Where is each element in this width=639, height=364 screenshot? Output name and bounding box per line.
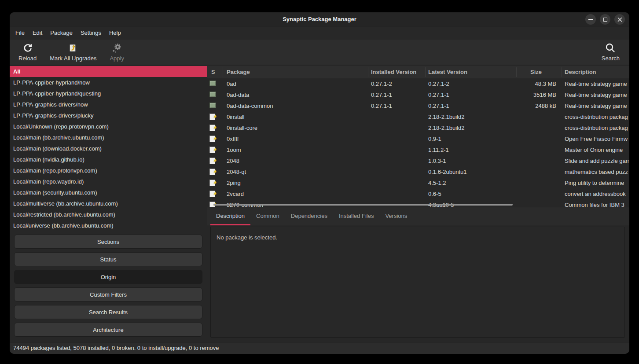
menu-help[interactable]: Help [105, 26, 125, 40]
table-row-0ad-data[interactable]: 0ad-data0.27.1-10.27.1-13516 MBReal-time… [207, 89, 629, 100]
latest-version: 2.18-2.1build2 [428, 111, 512, 122]
table-row-2048-qt[interactable]: 2048-qt0.1.6-2ubuntu1mathematics based p… [207, 166, 629, 177]
sidebar-button-custom-filters[interactable]: Custom Filters [14, 287, 202, 301]
filter-item-lp-ppa-cppiber-hyprland-questing[interactable]: LP-PPA-cppiber-hyprland/questing [10, 88, 207, 99]
table-row-2ping[interactable]: 2ping4.5-1.2Ping utility to determine [207, 177, 629, 188]
filter-item-lp-ppa-graphics-drivers-plucky[interactable]: LP-PPA-graphics-drivers/plucky [10, 110, 207, 121]
latest-version: 2.18-2.1build2 [428, 122, 512, 133]
table-row-2048[interactable]: 20481.0.3-1Slide and add puzzle gam [207, 155, 629, 166]
filter-item-local-unknown-repo-protonvpn-com[interactable]: Local/Unknown (repo.protonvpn.com) [10, 121, 207, 132]
column-header-description[interactable]: Description [565, 66, 596, 78]
table-row-0xffff[interactable]: 0xffff0.9-1Open Free Fiasco Firmw [207, 133, 629, 144]
left-panel: AllLP-PPA-cppiber-hyprland/nowLP-PPA-cpp… [10, 65, 207, 342]
detail-tabbar: DescriptionCommonDependenciesInstalled F… [207, 207, 629, 225]
column-separator [223, 67, 223, 77]
package-description: mathematics based puzz [565, 166, 629, 177]
available-status-icon [209, 169, 215, 175]
table-row-1oom[interactable]: 1oom1.11.2-1Master of Orion engine [207, 144, 629, 155]
sidebar-button-architecture[interactable]: Architecture [14, 323, 202, 337]
filter-item-local-main-nvidia-github-io[interactable]: Local/main (nvidia.github.io) [10, 154, 207, 165]
tab-versions[interactable]: Versions [379, 207, 413, 225]
latest-version: 0.1.6-2ubuntu1 [428, 166, 512, 177]
maximize-button[interactable] [600, 14, 610, 25]
column-separator [516, 67, 517, 77]
table-row-0ad-data-common[interactable]: 0ad-data-common0.27.1-10.27.1-12488 kBRe… [207, 100, 629, 111]
installed-version: 0.27.1-1 [371, 100, 425, 111]
column-header-latest-version[interactable]: Latest Version [428, 66, 467, 78]
tab-installed-files[interactable]: Installed Files [333, 207, 379, 225]
package-size: 2488 kB [488, 100, 556, 111]
tab-common[interactable]: Common [250, 207, 285, 225]
filter-item-local-main-bb-archive-ubuntu-com[interactable]: Local/main (bb.archive.ubuntu.com) [10, 132, 207, 143]
mark-all-upgrades-button[interactable]: Mark All Upgrades [50, 42, 96, 65]
status-bar: 74494 packages listed, 5078 installed, 0… [10, 342, 629, 354]
package-name: 0ad-data [227, 89, 359, 100]
reload-button[interactable]: Reload [18, 42, 37, 65]
column-header-status[interactable]: S [211, 66, 215, 78]
package-table-body: 0ad0.27.1-20.27.1-248.3 MBReal-time stra… [207, 78, 629, 207]
package-description: Master of Orion engine [565, 144, 629, 155]
tab-dependencies[interactable]: Dependencies [285, 207, 333, 225]
column-header-installed-version[interactable]: Installed Version [371, 66, 416, 78]
detail-panel: No package is selected. [210, 227, 625, 338]
package-name: 2048 [227, 155, 359, 166]
latest-version: 4.3ga10-5 [428, 199, 512, 207]
filter-item-local-main-repo-protonvpn-com[interactable]: Local/main (repo.protonvpn.com) [10, 165, 207, 176]
tab-description[interactable]: Description [210, 207, 250, 225]
available-status-icon [209, 191, 215, 197]
minimize-button[interactable] [585, 14, 596, 25]
package-name: 0ad [227, 78, 359, 89]
filter-item-local-restricted-bb-archive-ubuntu-com[interactable]: Local/restricted (bb.archive.ubuntu.com) [10, 209, 207, 220]
filter-item-local-main-download-docker-com[interactable]: Local/main (download.docker.com) [10, 143, 207, 154]
available-status-icon [209, 114, 215, 120]
sidebar-button-search-results[interactable]: Search Results [14, 305, 202, 319]
filter-item-lp-ppa-graphics-drivers-now[interactable]: LP-PPA-graphics-drivers/now [10, 99, 207, 110]
table-header: S Package Installed Version Latest Versi… [207, 66, 629, 78]
filter-item-all[interactable]: All [10, 66, 207, 77]
package-description: Real-time strategy game [565, 89, 629, 100]
package-size: 3516 MB [488, 89, 556, 100]
menu-file[interactable]: File [11, 26, 29, 40]
package-name: 0xffff [227, 133, 359, 144]
package-description: convert an addressbook [565, 188, 629, 199]
menu-package[interactable]: Package [46, 26, 77, 40]
latest-version: 0.9-1 [428, 133, 512, 144]
sidebar-buttons: SectionsStatusOriginCustom FiltersSearch… [14, 235, 202, 337]
table-row-2vcard[interactable]: 2vcard0.6-5convert an addressbook [207, 188, 629, 199]
package-name: 1oom [227, 144, 359, 155]
window-controls [585, 14, 625, 25]
table-row-0install[interactable]: 0install2.18-2.1build2cross-distribution… [207, 111, 629, 122]
filter-item-local-multiverse-bb-archive-ubuntu-com[interactable]: Local/multiverse (bb.archive.ubuntu.com) [10, 198, 207, 209]
horizontal-scrollbar[interactable] [213, 204, 513, 206]
column-header-size[interactable]: Size [530, 66, 542, 78]
menu-settings[interactable]: Settings [77, 26, 105, 40]
column-separator [368, 67, 368, 77]
available-status-icon [209, 125, 215, 131]
table-row-0install-core[interactable]: 0install-core2.18-2.1build2cross-distrib… [207, 122, 629, 133]
apply-label: Apply [110, 55, 124, 62]
filter-item-local-universe-bb-archive-ubuntu-com[interactable]: Local/universe (bb.archive.ubuntu.com) [10, 220, 207, 231]
table-row-3270-common[interactable]: 3270-common4.3ga10-5Common files for IBM… [207, 199, 629, 207]
available-status-icon [209, 147, 215, 153]
filter-item-lp-ppa-cppiber-hyprland-now[interactable]: LP-PPA-cppiber-hyprland/now [10, 77, 207, 88]
installed-status-icon [209, 81, 216, 86]
search-button[interactable]: Search [602, 42, 620, 65]
sidebar-button-origin[interactable]: Origin [14, 270, 202, 284]
close-button[interactable] [614, 14, 625, 25]
filter-item-local-main-repo-waydro-id[interactable]: Local/main (repo.waydro.id) [10, 176, 207, 187]
sidebar-button-status[interactable]: Status [14, 252, 202, 266]
sidebar-button-sections[interactable]: Sections [14, 235, 202, 249]
content-area: AllLP-PPA-cppiber-hyprland/nowLP-PPA-cpp… [10, 65, 629, 342]
menu-bar: File Edit Package Settings Help [10, 26, 629, 40]
package-description: Open Free Fiasco Firmw [565, 133, 629, 144]
latest-version: 1.0.3-1 [428, 155, 512, 166]
column-header-package[interactable]: Package [227, 66, 250, 78]
menu-edit[interactable]: Edit [29, 26, 46, 40]
table-row-0ad[interactable]: 0ad0.27.1-20.27.1-248.3 MBReal-time stra… [207, 78, 629, 89]
package-name: 0install-core [227, 122, 359, 133]
filter-item-local-main-security-ubuntu-com[interactable]: Local/main (security.ubuntu.com) [10, 187, 207, 198]
package-name: 0ad-data-common [227, 100, 359, 111]
apply-button[interactable]: Apply [110, 42, 124, 65]
maximize-icon [603, 18, 607, 22]
right-panel: S Package Installed Version Latest Versi… [207, 65, 629, 342]
